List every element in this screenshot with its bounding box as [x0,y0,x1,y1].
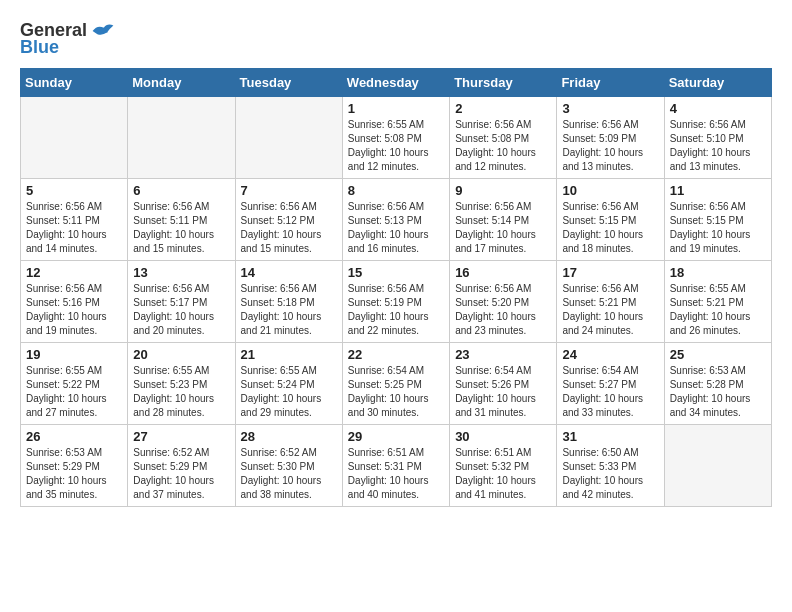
day-number: 2 [455,101,551,116]
calendar-day-17: 17Sunrise: 6:56 AM Sunset: 5:21 PM Dayli… [557,261,664,343]
day-number: 19 [26,347,122,362]
calendar-day-10: 10Sunrise: 6:56 AM Sunset: 5:15 PM Dayli… [557,179,664,261]
day-info: Sunrise: 6:56 AM Sunset: 5:16 PM Dayligh… [26,282,122,338]
day-number: 8 [348,183,444,198]
calendar-header-saturday: Saturday [664,69,771,97]
day-info: Sunrise: 6:51 AM Sunset: 5:32 PM Dayligh… [455,446,551,502]
day-info: Sunrise: 6:55 AM Sunset: 5:21 PM Dayligh… [670,282,766,338]
logo-bird-icon [91,21,115,41]
calendar-day-empty [664,425,771,507]
day-number: 28 [241,429,337,444]
calendar-header-monday: Monday [128,69,235,97]
day-info: Sunrise: 6:56 AM Sunset: 5:18 PM Dayligh… [241,282,337,338]
day-number: 1 [348,101,444,116]
day-info: Sunrise: 6:56 AM Sunset: 5:14 PM Dayligh… [455,200,551,256]
calendar-day-1: 1Sunrise: 6:55 AM Sunset: 5:08 PM Daylig… [342,97,449,179]
calendar-day-24: 24Sunrise: 6:54 AM Sunset: 5:27 PM Dayli… [557,343,664,425]
calendar-day-empty [128,97,235,179]
day-info: Sunrise: 6:51 AM Sunset: 5:31 PM Dayligh… [348,446,444,502]
calendar-day-empty [235,97,342,179]
day-info: Sunrise: 6:56 AM Sunset: 5:13 PM Dayligh… [348,200,444,256]
calendar-day-empty [21,97,128,179]
calendar-day-21: 21Sunrise: 6:55 AM Sunset: 5:24 PM Dayli… [235,343,342,425]
day-number: 3 [562,101,658,116]
calendar-day-14: 14Sunrise: 6:56 AM Sunset: 5:18 PM Dayli… [235,261,342,343]
day-number: 14 [241,265,337,280]
calendar-day-12: 12Sunrise: 6:56 AM Sunset: 5:16 PM Dayli… [21,261,128,343]
calendar-day-25: 25Sunrise: 6:53 AM Sunset: 5:28 PM Dayli… [664,343,771,425]
day-number: 9 [455,183,551,198]
calendar-day-9: 9Sunrise: 6:56 AM Sunset: 5:14 PM Daylig… [450,179,557,261]
day-number: 4 [670,101,766,116]
day-info: Sunrise: 6:56 AM Sunset: 5:08 PM Dayligh… [455,118,551,174]
calendar-day-6: 6Sunrise: 6:56 AM Sunset: 5:11 PM Daylig… [128,179,235,261]
calendar-header-row: SundayMondayTuesdayWednesdayThursdayFrid… [21,69,772,97]
calendar-day-20: 20Sunrise: 6:55 AM Sunset: 5:23 PM Dayli… [128,343,235,425]
calendar-day-13: 13Sunrise: 6:56 AM Sunset: 5:17 PM Dayli… [128,261,235,343]
day-number: 16 [455,265,551,280]
calendar-week-5: 26Sunrise: 6:53 AM Sunset: 5:29 PM Dayli… [21,425,772,507]
day-info: Sunrise: 6:52 AM Sunset: 5:30 PM Dayligh… [241,446,337,502]
calendar-day-26: 26Sunrise: 6:53 AM Sunset: 5:29 PM Dayli… [21,425,128,507]
calendar-week-2: 5Sunrise: 6:56 AM Sunset: 5:11 PM Daylig… [21,179,772,261]
calendar-day-23: 23Sunrise: 6:54 AM Sunset: 5:26 PM Dayli… [450,343,557,425]
calendar-week-4: 19Sunrise: 6:55 AM Sunset: 5:22 PM Dayli… [21,343,772,425]
calendar-day-7: 7Sunrise: 6:56 AM Sunset: 5:12 PM Daylig… [235,179,342,261]
calendar-day-29: 29Sunrise: 6:51 AM Sunset: 5:31 PM Dayli… [342,425,449,507]
calendar-day-11: 11Sunrise: 6:56 AM Sunset: 5:15 PM Dayli… [664,179,771,261]
day-number: 15 [348,265,444,280]
day-info: Sunrise: 6:56 AM Sunset: 5:21 PM Dayligh… [562,282,658,338]
day-number: 13 [133,265,229,280]
day-number: 24 [562,347,658,362]
day-info: Sunrise: 6:55 AM Sunset: 5:24 PM Dayligh… [241,364,337,420]
day-number: 6 [133,183,229,198]
calendar-day-8: 8Sunrise: 6:56 AM Sunset: 5:13 PM Daylig… [342,179,449,261]
day-number: 31 [562,429,658,444]
day-number: 12 [26,265,122,280]
day-info: Sunrise: 6:55 AM Sunset: 5:22 PM Dayligh… [26,364,122,420]
calendar-day-15: 15Sunrise: 6:56 AM Sunset: 5:19 PM Dayli… [342,261,449,343]
day-info: Sunrise: 6:52 AM Sunset: 5:29 PM Dayligh… [133,446,229,502]
calendar-day-16: 16Sunrise: 6:56 AM Sunset: 5:20 PM Dayli… [450,261,557,343]
day-info: Sunrise: 6:56 AM Sunset: 5:15 PM Dayligh… [670,200,766,256]
day-info: Sunrise: 6:56 AM Sunset: 5:19 PM Dayligh… [348,282,444,338]
day-number: 20 [133,347,229,362]
logo-blue-text: Blue [20,37,59,58]
logo: General Blue [20,20,115,58]
calendar-day-27: 27Sunrise: 6:52 AM Sunset: 5:29 PM Dayli… [128,425,235,507]
day-number: 30 [455,429,551,444]
day-number: 18 [670,265,766,280]
day-number: 26 [26,429,122,444]
day-info: Sunrise: 6:54 AM Sunset: 5:26 PM Dayligh… [455,364,551,420]
day-number: 5 [26,183,122,198]
calendar-day-18: 18Sunrise: 6:55 AM Sunset: 5:21 PM Dayli… [664,261,771,343]
day-number: 10 [562,183,658,198]
day-info: Sunrise: 6:55 AM Sunset: 5:23 PM Dayligh… [133,364,229,420]
calendar-header-thursday: Thursday [450,69,557,97]
calendar-header-wednesday: Wednesday [342,69,449,97]
day-number: 7 [241,183,337,198]
day-number: 23 [455,347,551,362]
calendar-day-31: 31Sunrise: 6:50 AM Sunset: 5:33 PM Dayli… [557,425,664,507]
calendar-day-5: 5Sunrise: 6:56 AM Sunset: 5:11 PM Daylig… [21,179,128,261]
day-number: 29 [348,429,444,444]
calendar-day-19: 19Sunrise: 6:55 AM Sunset: 5:22 PM Dayli… [21,343,128,425]
day-info: Sunrise: 6:56 AM Sunset: 5:11 PM Dayligh… [133,200,229,256]
page-header: General Blue [20,20,772,58]
calendar-day-22: 22Sunrise: 6:54 AM Sunset: 5:25 PM Dayli… [342,343,449,425]
day-info: Sunrise: 6:50 AM Sunset: 5:33 PM Dayligh… [562,446,658,502]
day-info: Sunrise: 6:56 AM Sunset: 5:10 PM Dayligh… [670,118,766,174]
calendar-day-30: 30Sunrise: 6:51 AM Sunset: 5:32 PM Dayli… [450,425,557,507]
calendar-table: SundayMondayTuesdayWednesdayThursdayFrid… [20,68,772,507]
day-number: 21 [241,347,337,362]
day-number: 27 [133,429,229,444]
day-number: 25 [670,347,766,362]
calendar-day-2: 2Sunrise: 6:56 AM Sunset: 5:08 PM Daylig… [450,97,557,179]
calendar-day-28: 28Sunrise: 6:52 AM Sunset: 5:30 PM Dayli… [235,425,342,507]
day-info: Sunrise: 6:56 AM Sunset: 5:20 PM Dayligh… [455,282,551,338]
calendar-day-3: 3Sunrise: 6:56 AM Sunset: 5:09 PM Daylig… [557,97,664,179]
day-info: Sunrise: 6:54 AM Sunset: 5:25 PM Dayligh… [348,364,444,420]
day-info: Sunrise: 6:56 AM Sunset: 5:11 PM Dayligh… [26,200,122,256]
calendar-header-friday: Friday [557,69,664,97]
day-info: Sunrise: 6:56 AM Sunset: 5:12 PM Dayligh… [241,200,337,256]
